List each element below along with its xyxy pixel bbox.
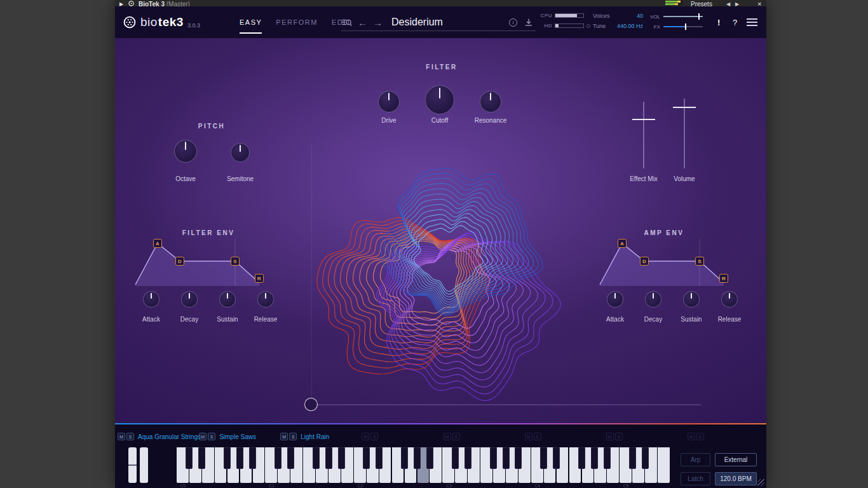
layer-mute-button[interactable]: M xyxy=(606,433,614,440)
help-icon[interactable]: ? xyxy=(733,6,737,38)
semitone-knob[interactable] xyxy=(231,143,250,162)
black-key[interactable] xyxy=(198,447,205,469)
black-key[interactable] xyxy=(338,447,345,469)
env-marker-d[interactable]: D xyxy=(176,257,184,266)
black-key[interactable] xyxy=(224,447,231,469)
layer-solo-button[interactable]: S xyxy=(534,433,541,440)
black-key[interactable] xyxy=(414,447,421,469)
pitch-wheel[interactable] xyxy=(128,447,137,483)
env-marker-a[interactable]: A xyxy=(618,240,627,248)
black-key[interactable] xyxy=(236,447,243,469)
layer-solo-button[interactable]: S xyxy=(696,433,704,440)
env-marker-d[interactable]: D xyxy=(641,257,649,266)
black-key[interactable] xyxy=(376,447,383,469)
black-key[interactable] xyxy=(629,447,636,469)
alert-icon[interactable]: ! xyxy=(717,6,720,38)
preset-forward-icon[interactable]: → xyxy=(373,17,383,28)
close-icon[interactable]: × xyxy=(757,0,761,6)
black-key[interactable] xyxy=(452,447,459,469)
volume-handle[interactable] xyxy=(673,107,696,108)
black-key[interactable] xyxy=(249,447,256,469)
black-key[interactable] xyxy=(540,447,547,469)
preset-search-icon[interactable] xyxy=(341,17,352,28)
black-key[interactable] xyxy=(604,447,611,469)
layer-mute-button[interactable]: M xyxy=(444,433,451,440)
black-key[interactable] xyxy=(490,447,497,469)
env-marker-s[interactable]: S xyxy=(696,257,704,266)
layer-mute-button[interactable]: M xyxy=(688,433,695,440)
morph-slider-handle[interactable] xyxy=(304,398,318,411)
layer-mute-button[interactable]: M xyxy=(362,433,369,440)
amp-attack-knob[interactable] xyxy=(607,291,623,308)
black-key[interactable] xyxy=(426,447,433,469)
latch-button[interactable]: Latch xyxy=(681,472,710,485)
black-key[interactable] xyxy=(325,447,332,469)
layer-mute-button[interactable]: M xyxy=(199,433,207,440)
morph-slider-track[interactable] xyxy=(316,404,701,405)
resonance-knob[interactable] xyxy=(480,91,501,112)
env-marker-a[interactable]: A xyxy=(154,240,162,248)
black-key[interactable] xyxy=(515,447,522,469)
effect-mix-handle[interactable] xyxy=(632,119,655,120)
amp-envelope-display[interactable]: ADSR xyxy=(597,235,756,288)
layer-name[interactable]: Light Rain xyxy=(301,433,329,440)
vol-slider[interactable] xyxy=(663,16,703,17)
arp-button[interactable]: Arp xyxy=(681,453,710,466)
filter-release-knob[interactable] xyxy=(257,291,274,308)
voices-value[interactable]: 40 xyxy=(637,13,643,18)
layer-mute-button[interactable]: M xyxy=(525,433,532,440)
env-marker-r[interactable]: R xyxy=(255,274,264,283)
layer-name[interactable]: Aqua Granular Strings xyxy=(138,433,201,440)
fx-slider[interactable] xyxy=(663,26,703,27)
layer-mute-button[interactable]: M xyxy=(118,433,125,440)
layer-name[interactable]: Simple Saws xyxy=(219,433,256,440)
black-key[interactable] xyxy=(401,447,408,469)
save-download-icon[interactable] xyxy=(524,18,533,27)
tab-easy[interactable]: EASY xyxy=(240,6,262,38)
layer-solo-button[interactable]: S xyxy=(370,433,378,440)
black-key[interactable] xyxy=(642,447,649,469)
preset-back-icon[interactable]: ← xyxy=(358,17,367,28)
drive-knob[interactable] xyxy=(378,91,400,112)
filter-decay-knob[interactable] xyxy=(181,291,198,308)
black-key[interactable] xyxy=(591,447,598,469)
layer-solo-button[interactable]: S xyxy=(452,433,460,440)
presets-label[interactable]: Presets xyxy=(691,0,712,6)
preset-name[interactable]: Desiderium xyxy=(391,17,443,28)
layer-mute-button[interactable]: M xyxy=(280,433,288,440)
info-icon[interactable]: i xyxy=(509,18,517,27)
layer-solo-button[interactable]: S xyxy=(126,433,134,440)
amp-release-knob[interactable] xyxy=(721,291,738,308)
menu-icon[interactable] xyxy=(747,6,757,38)
black-key[interactable] xyxy=(578,447,585,469)
volume-slider[interactable] xyxy=(684,98,685,168)
layer-solo-button[interactable]: S xyxy=(289,433,297,440)
black-key[interactable] xyxy=(503,447,510,469)
external-button[interactable]: External xyxy=(715,453,757,466)
layer-solo-button[interactable]: S xyxy=(208,433,215,440)
tune-value[interactable]: 440.00 Hz xyxy=(617,23,643,29)
black-key[interactable] xyxy=(553,447,560,469)
filter-envelope-display[interactable]: ADSR xyxy=(133,235,292,288)
mod-wheel[interactable] xyxy=(140,447,148,483)
black-key[interactable] xyxy=(313,447,320,469)
resize-handle-icon[interactable] xyxy=(757,479,764,486)
octave-knob[interactable] xyxy=(174,140,197,163)
black-key[interactable] xyxy=(186,447,193,469)
bpm-button[interactable]: 120.0 BPM xyxy=(715,472,757,485)
amp-decay-knob[interactable] xyxy=(645,291,661,308)
preset-next-icon[interactable]: ▶ xyxy=(735,0,739,6)
cutoff-knob[interactable] xyxy=(425,85,454,114)
filter-sustain-knob[interactable] xyxy=(219,291,236,308)
black-key[interactable] xyxy=(465,447,471,469)
env-marker-r[interactable]: R xyxy=(720,274,728,283)
preset-prev-icon[interactable]: ◀ xyxy=(726,0,730,6)
amp-sustain-knob[interactable] xyxy=(683,291,700,308)
effect-mix-slider[interactable] xyxy=(643,102,644,168)
tab-perform[interactable]: PERFORM xyxy=(276,6,318,38)
filter-attack-knob[interactable] xyxy=(143,291,159,308)
window-titlebar[interactable]: ▶ BioTek 3 (Master) Presets ◀ ▶ × xyxy=(115,0,766,6)
play-icon[interactable]: ▶ xyxy=(119,0,123,6)
layer-solo-button[interactable]: S xyxy=(615,433,623,440)
black-key[interactable] xyxy=(363,447,370,469)
